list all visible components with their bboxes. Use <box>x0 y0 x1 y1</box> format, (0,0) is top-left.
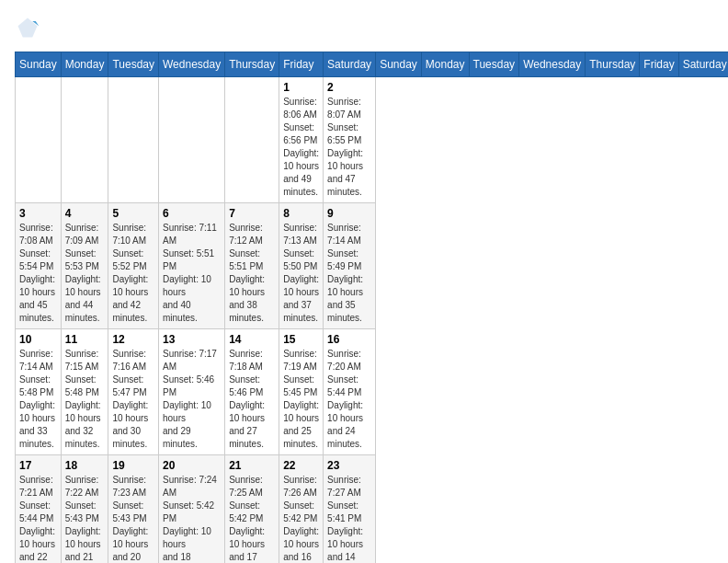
day-number: 10 <box>19 333 57 346</box>
calendar-cell: 8Sunrise: 7:13 AM Sunset: 5:50 PM Daylig… <box>279 203 324 329</box>
calendar-cell: 12Sunrise: 7:16 AM Sunset: 5:47 PM Dayli… <box>108 329 159 455</box>
day-info: Sunrise: 7:09 AM Sunset: 5:53 PM Dayligh… <box>65 222 105 325</box>
day-number: 3 <box>19 207 57 220</box>
day-info: Sunrise: 7:13 AM Sunset: 5:50 PM Dayligh… <box>283 222 319 325</box>
col-header-tuesday: Tuesday <box>108 52 159 77</box>
day-number: 18 <box>65 459 105 472</box>
day-number: 14 <box>229 333 275 346</box>
calendar-cell: 13Sunrise: 7:17 AM Sunset: 5:46 PM Dayli… <box>159 329 225 455</box>
day-info: Sunrise: 7:08 AM Sunset: 5:54 PM Dayligh… <box>19 222 57 325</box>
calendar-week-row: 17Sunrise: 7:21 AM Sunset: 5:44 PM Dayli… <box>16 455 729 564</box>
col-header-wednesday: Wednesday <box>519 52 586 77</box>
day-number: 20 <box>163 459 221 472</box>
day-number: 6 <box>163 207 221 220</box>
col-header-monday: Monday <box>421 52 469 77</box>
calendar-cell: 4Sunrise: 7:09 AM Sunset: 5:53 PM Daylig… <box>61 203 108 329</box>
calendar-header-row: SundayMondayTuesdayWednesdayThursdayFrid… <box>16 52 729 77</box>
col-header-thursday: Thursday <box>225 52 279 77</box>
calendar-cell: 23Sunrise: 7:27 AM Sunset: 5:41 PM Dayli… <box>324 455 376 564</box>
calendar-cell: 1Sunrise: 8:06 AM Sunset: 6:56 PM Daylig… <box>279 77 324 203</box>
day-number: 17 <box>19 459 57 472</box>
day-number: 9 <box>327 207 371 220</box>
calendar-cell <box>108 77 159 203</box>
calendar-cell: 20Sunrise: 7:24 AM Sunset: 5:42 PM Dayli… <box>159 455 225 564</box>
calendar-cell: 9Sunrise: 7:14 AM Sunset: 5:49 PM Daylig… <box>324 203 376 329</box>
col-header-monday: Monday <box>61 52 108 77</box>
day-number: 4 <box>65 207 105 220</box>
day-info: Sunrise: 7:16 AM Sunset: 5:47 PM Dayligh… <box>112 348 154 451</box>
day-info: Sunrise: 7:12 AM Sunset: 5:51 PM Dayligh… <box>229 222 275 325</box>
calendar-cell: 14Sunrise: 7:18 AM Sunset: 5:46 PM Dayli… <box>225 329 279 455</box>
day-number: 19 <box>112 459 154 472</box>
calendar-week-row: 3Sunrise: 7:08 AM Sunset: 5:54 PM Daylig… <box>16 203 729 329</box>
col-header-sunday: Sunday <box>376 52 422 77</box>
day-number: 23 <box>327 459 371 472</box>
day-info: Sunrise: 7:25 AM Sunset: 5:42 PM Dayligh… <box>229 474 275 563</box>
calendar-cell: 3Sunrise: 7:08 AM Sunset: 5:54 PM Daylig… <box>16 203 62 329</box>
calendar-cell: 6Sunrise: 7:11 AM Sunset: 5:51 PM Daylig… <box>159 203 225 329</box>
col-header-saturday: Saturday <box>678 52 728 77</box>
calendar-cell: 5Sunrise: 7:10 AM Sunset: 5:52 PM Daylig… <box>108 203 159 329</box>
day-number: 12 <box>112 333 154 346</box>
day-info: Sunrise: 7:24 AM Sunset: 5:42 PM Dayligh… <box>163 474 221 563</box>
col-header-wednesday: Wednesday <box>159 52 225 77</box>
calendar-table: SundayMondayTuesdayWednesdayThursdayFrid… <box>15 52 728 563</box>
day-info: Sunrise: 7:17 AM Sunset: 5:46 PM Dayligh… <box>163 348 221 451</box>
day-number: 7 <box>229 207 275 220</box>
day-info: Sunrise: 7:10 AM Sunset: 5:52 PM Dayligh… <box>112 222 154 325</box>
day-number: 13 <box>163 333 221 346</box>
calendar-week-row: 10Sunrise: 7:14 AM Sunset: 5:48 PM Dayli… <box>16 329 729 455</box>
col-header-friday: Friday <box>640 52 678 77</box>
calendar-cell <box>225 77 279 203</box>
day-number: 5 <box>112 207 154 220</box>
day-info: Sunrise: 8:06 AM Sunset: 6:56 PM Dayligh… <box>283 96 319 199</box>
calendar-cell: 19Sunrise: 7:23 AM Sunset: 5:43 PM Dayli… <box>108 455 159 564</box>
day-number: 8 <box>283 207 319 220</box>
logo <box>15 15 44 40</box>
day-info: Sunrise: 7:20 AM Sunset: 5:44 PM Dayligh… <box>327 348 371 451</box>
col-header-saturday: Saturday <box>324 52 376 77</box>
day-number: 21 <box>229 459 275 472</box>
day-info: Sunrise: 7:11 AM Sunset: 5:51 PM Dayligh… <box>163 222 221 325</box>
day-info: Sunrise: 7:15 AM Sunset: 5:48 PM Dayligh… <box>65 348 105 451</box>
day-info: Sunrise: 7:18 AM Sunset: 5:46 PM Dayligh… <box>229 348 275 451</box>
calendar-cell <box>61 77 108 203</box>
day-number: 2 <box>327 81 371 94</box>
calendar-cell: 16Sunrise: 7:20 AM Sunset: 5:44 PM Dayli… <box>324 329 376 455</box>
col-header-thursday: Thursday <box>586 52 640 77</box>
calendar-cell: 18Sunrise: 7:22 AM Sunset: 5:43 PM Dayli… <box>61 455 108 564</box>
calendar-cell: 21Sunrise: 7:25 AM Sunset: 5:42 PM Dayli… <box>225 455 279 564</box>
day-info: Sunrise: 7:27 AM Sunset: 5:41 PM Dayligh… <box>327 474 371 563</box>
calendar-cell: 7Sunrise: 7:12 AM Sunset: 5:51 PM Daylig… <box>225 203 279 329</box>
calendar-cell: 15Sunrise: 7:19 AM Sunset: 5:45 PM Dayli… <box>279 329 324 455</box>
day-number: 1 <box>283 81 319 94</box>
calendar-cell: 2Sunrise: 8:07 AM Sunset: 6:55 PM Daylig… <box>324 77 376 203</box>
day-number: 22 <box>283 459 319 472</box>
day-info: Sunrise: 7:19 AM Sunset: 5:45 PM Dayligh… <box>283 348 319 451</box>
day-number: 11 <box>65 333 105 346</box>
logo-icon <box>15 15 40 40</box>
col-header-friday: Friday <box>279 52 324 77</box>
calendar-cell: 11Sunrise: 7:15 AM Sunset: 5:48 PM Dayli… <box>61 329 108 455</box>
calendar-cell: 10Sunrise: 7:14 AM Sunset: 5:48 PM Dayli… <box>16 329 62 455</box>
col-header-tuesday: Tuesday <box>469 52 519 77</box>
day-info: Sunrise: 7:14 AM Sunset: 5:49 PM Dayligh… <box>327 222 371 325</box>
day-number: 16 <box>327 333 371 346</box>
calendar-week-row: 1Sunrise: 8:06 AM Sunset: 6:56 PM Daylig… <box>16 77 729 203</box>
day-info: Sunrise: 7:22 AM Sunset: 5:43 PM Dayligh… <box>65 474 105 563</box>
page-header <box>15 15 713 40</box>
day-number: 15 <box>283 333 319 346</box>
day-info: Sunrise: 7:21 AM Sunset: 5:44 PM Dayligh… <box>19 474 57 563</box>
day-info: Sunrise: 8:07 AM Sunset: 6:55 PM Dayligh… <box>327 96 371 199</box>
calendar-cell <box>159 77 225 203</box>
col-header-sunday: Sunday <box>16 52 62 77</box>
day-info: Sunrise: 7:23 AM Sunset: 5:43 PM Dayligh… <box>112 474 154 563</box>
calendar-cell: 17Sunrise: 7:21 AM Sunset: 5:44 PM Dayli… <box>16 455 62 564</box>
calendar-cell <box>16 77 62 203</box>
day-info: Sunrise: 7:14 AM Sunset: 5:48 PM Dayligh… <box>19 348 57 451</box>
calendar-cell: 22Sunrise: 7:26 AM Sunset: 5:42 PM Dayli… <box>279 455 324 564</box>
day-info: Sunrise: 7:26 AM Sunset: 5:42 PM Dayligh… <box>283 474 319 563</box>
